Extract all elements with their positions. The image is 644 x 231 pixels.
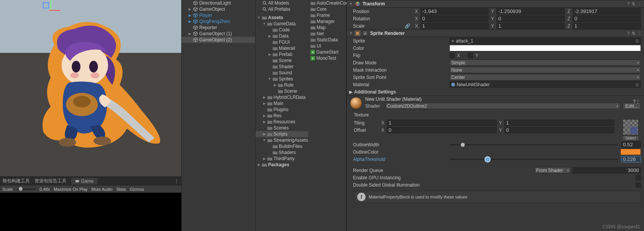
foldout-icon[interactable]: ▶ xyxy=(273,83,277,87)
foldout-icon[interactable]: ▼ xyxy=(268,77,272,81)
foldout-icon[interactable]: ▶ xyxy=(268,34,272,38)
foldout-icon[interactable]: ▼ xyxy=(262,22,266,26)
project-tree-item[interactable]: ▶ThirdParty xyxy=(255,156,308,162)
render-queue-input[interactable] xyxy=(572,167,641,174)
hierarchy-item[interactable]: DirectionalLight xyxy=(182,0,255,6)
outline-width-slider[interactable] xyxy=(449,144,618,146)
gpu-instancing-checkbox[interactable] xyxy=(636,175,641,180)
rotation-y-input[interactable] xyxy=(496,15,565,22)
position-z-input[interactable] xyxy=(572,8,641,15)
foldout-icon[interactable]: ▶ xyxy=(262,95,266,99)
foldout-icon[interactable]: ▶ xyxy=(188,13,192,17)
render-queue-dropdown[interactable]: From Shader▾ xyxy=(534,167,571,174)
foldout-icon[interactable]: ▶ xyxy=(262,102,266,105)
additional-settings-label[interactable]: Additional Settings xyxy=(354,89,396,95)
tiling-x-input[interactable] xyxy=(387,120,497,126)
game-render-area[interactable] xyxy=(0,193,181,231)
scale-slider[interactable] xyxy=(17,188,36,190)
foldout-icon[interactable]: ▶ xyxy=(188,32,192,36)
project-tree-item[interactable]: Shader xyxy=(255,64,308,70)
project-tree-item[interactable]: ▶Data xyxy=(255,33,308,39)
hierarchy-item[interactable]: ▶GameObject xyxy=(182,6,255,12)
offset-x-input[interactable] xyxy=(387,127,497,133)
stats-toggle[interactable]: Stats xyxy=(116,187,126,192)
project-tree-item[interactable]: ▶Prefab xyxy=(255,51,308,57)
component-enabled-checkbox[interactable]: ✓ xyxy=(363,31,368,36)
project-tree-item[interactable]: Plugins xyxy=(255,106,308,113)
project-item[interactable]: Manager xyxy=(308,18,346,25)
transform-header[interactable]: ▼ Transform ?⇅⋮ xyxy=(347,0,644,8)
texture-thumbnail[interactable] xyxy=(623,119,639,135)
foldout-icon[interactable]: ▼ xyxy=(262,138,266,142)
link-icon[interactable]: 🔗 xyxy=(405,23,410,29)
sprite-renderer-header[interactable]: ▼ ✓ Sprite Renderer ?⇅⋮ xyxy=(347,29,644,37)
flip-x-checkbox[interactable] xyxy=(449,53,455,58)
hierarchy-item[interactable]: ▶GameObject (1) xyxy=(182,31,255,37)
tab-build-tool[interactable]: 颈包构建工具 xyxy=(2,178,30,184)
object-picker-icon[interactable]: ⊙ xyxy=(635,38,639,44)
hierarchy-item[interactable]: Reporter xyxy=(182,25,255,31)
project-filter-item[interactable]: All Prefabs xyxy=(255,6,308,12)
foldout-icon[interactable]: ▼ xyxy=(257,16,261,20)
foldout-icon[interactable]: ▼ xyxy=(349,2,353,6)
foldout-icon[interactable]: ▶ xyxy=(268,52,272,56)
foldout-icon[interactable]: ▼ xyxy=(349,31,353,35)
tab-game[interactable]: Game xyxy=(71,178,98,185)
rotation-z-input[interactable] xyxy=(572,15,641,22)
project-tree-item[interactable]: ▶Scripts xyxy=(255,131,308,137)
gizmos-toggle[interactable]: Gizmos xyxy=(130,187,144,192)
shader-dropdown[interactable]: Custom/2DOutline2▾ xyxy=(385,103,620,109)
color-field[interactable]: ✎ xyxy=(449,45,641,51)
project-tree-item[interactable]: ▶Role xyxy=(255,82,308,88)
tiling-y-input[interactable] xyxy=(504,120,615,126)
sort-point-dropdown[interactable]: Center▾ xyxy=(449,74,641,80)
project-tree-item[interactable]: ▼Sprites xyxy=(255,76,308,82)
flip-y-checkbox[interactable] xyxy=(468,53,473,58)
dsgi-checkbox[interactable] xyxy=(636,182,641,188)
mute-toggle[interactable]: Mute Audio xyxy=(91,187,112,192)
project-tree-item[interactable]: ▶Res xyxy=(255,113,308,119)
help-icon[interactable]: ? xyxy=(627,2,629,7)
hierarchy-item[interactable]: ▶Player xyxy=(182,12,255,18)
maximize-toggle[interactable]: Maximize On Play xyxy=(54,187,88,192)
position-x-input[interactable] xyxy=(420,8,489,15)
project-root-assets[interactable]: ▼ Assets xyxy=(255,15,308,21)
menu-icon[interactable]: ⋮ xyxy=(636,99,640,104)
project-item[interactable]: Frame xyxy=(308,12,346,18)
foldout-icon[interactable]: ▶ xyxy=(262,120,266,124)
outline-width-input[interactable] xyxy=(621,141,641,148)
project-item[interactable]: Net xyxy=(308,31,346,37)
material-header[interactable]: New Unlit Shader (Material) Shader Custo… xyxy=(347,95,644,110)
material-field[interactable]: NewUnlitShader⊙ xyxy=(449,81,641,88)
scene-viewport[interactable] xyxy=(0,0,181,177)
project-tree-item[interactable]: Materail xyxy=(255,45,308,51)
foldout-icon[interactable]: ▶ xyxy=(262,114,266,118)
project-tree-item[interactable]: ▶HybridCLRData xyxy=(255,94,308,100)
foldout-icon[interactable]: ▶ xyxy=(262,157,266,161)
project-packages[interactable]: ▶ Packages xyxy=(255,162,308,168)
project-item[interactable]: #GameStart xyxy=(308,49,346,55)
foldout-icon[interactable]: ▶ xyxy=(349,89,353,95)
project-item[interactable]: Map xyxy=(308,25,346,31)
project-tree-item[interactable]: Scene xyxy=(255,88,308,94)
project-tree-item[interactable]: Shaders xyxy=(255,149,308,156)
mask-dropdown[interactable]: None▾ xyxy=(449,67,641,73)
menu-icon[interactable]: ⋮ xyxy=(637,2,642,7)
scale-y-input[interactable] xyxy=(496,23,565,29)
project-tree-item[interactable]: Code xyxy=(255,27,308,33)
texture-select-button[interactable]: Select xyxy=(623,136,639,140)
project-item[interactable]: #MonoTest xyxy=(308,55,346,61)
object-picker-icon[interactable]: ⊙ xyxy=(635,82,639,87)
project-tree-item[interactable]: Scene xyxy=(255,57,308,64)
preset-icon[interactable]: ⇅ xyxy=(632,31,635,36)
project-tree-item[interactable]: ▶Main xyxy=(255,100,308,106)
foldout-icon[interactable]: ▶ xyxy=(257,163,261,167)
project-item[interactable]: Core xyxy=(308,6,346,12)
project-tree-item[interactable]: Sound xyxy=(255,70,308,76)
help-icon[interactable]: ? xyxy=(633,99,636,104)
foldout-icon[interactable]: ▶ xyxy=(188,20,192,23)
scale-z-input[interactable] xyxy=(572,23,641,29)
draw-mode-dropdown[interactable]: Simple▾ xyxy=(449,59,641,66)
offset-y-input[interactable] xyxy=(504,127,615,133)
project-tree-item[interactable]: BuildinFiles xyxy=(255,143,308,149)
